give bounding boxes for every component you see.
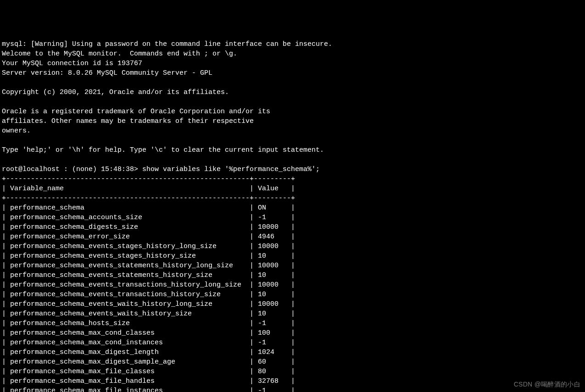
mysql-prompt-line: root@localhost : (none) 15:48:38> show v… [2,166,320,173]
terminal-output[interactable]: mysql: [Warning] Using a password on the… [2,39,583,392]
watermark-text: CSDN @喝醉酒的小白 [514,380,580,389]
variables-table: +---------------------------------------… [2,175,295,392]
mysql-welcome-text: mysql: [Warning] Using a password on the… [2,40,332,154]
